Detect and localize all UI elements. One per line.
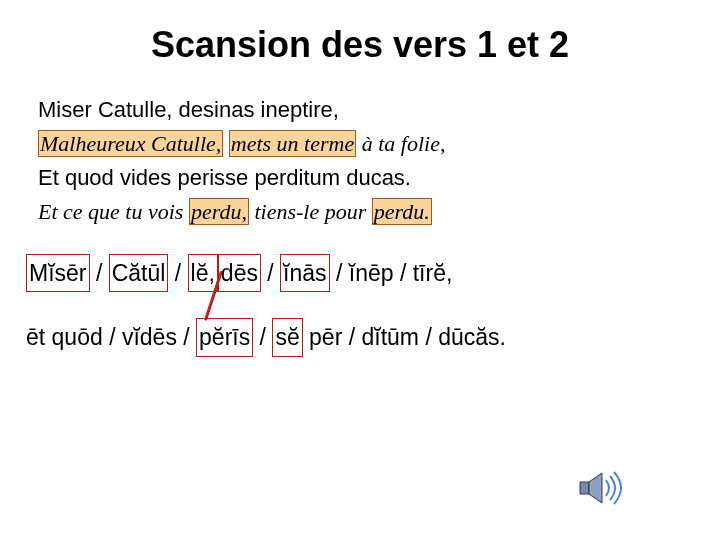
french-line-1: Malheureux Catulle, mets un terme à ta f…: [38, 128, 682, 160]
svg-marker-1: [589, 473, 602, 503]
separator: /: [261, 260, 280, 286]
scansion-line-2: ēt quōd / vĭdēs / pĕrīs / sĕ pēr / dĭtūm…: [26, 318, 694, 357]
foot-box: sĕ: [272, 318, 302, 357]
text-fragment: à ta folie,: [356, 131, 445, 156]
scansion-line-1: Mĭsēr / Cătūl / lĕ, dēs / ĭnās / ĭnēp / …: [26, 254, 694, 293]
scansion-block: Mĭsēr / Cătūl / lĕ, dēs / ĭnās / ĭnēp / …: [0, 254, 720, 358]
separator: /: [168, 260, 187, 286]
speaker-icon[interactable]: [574, 468, 624, 508]
highlight-phrase: Malheureux Catulle,: [38, 130, 223, 157]
highlight-phrase: perdu.: [372, 198, 432, 225]
foot-box: Mĭsēr: [26, 254, 90, 293]
highlight-phrase: perdu,: [189, 198, 249, 225]
latin-line-1: Miser Catulle, desinas ineptire,: [38, 94, 682, 126]
text-fragment: Et ce que tu vois: [38, 199, 189, 224]
svg-rect-0: [580, 482, 589, 494]
foot-box: dēs: [218, 254, 261, 293]
french-line-2: Et ce que tu vois perdu, tiens-le pour p…: [38, 196, 682, 228]
foot-box: lĕ,: [188, 254, 218, 293]
separator: /: [253, 324, 272, 350]
latin-line-2: Et quod vides perisse perditum ducas.: [38, 162, 682, 194]
text-block: Miser Catulle, desinas ineptire, Malheur…: [0, 94, 720, 228]
separator: /: [90, 260, 109, 286]
text-fragment: tiens-le pour: [249, 199, 372, 224]
scansion-rest: / ĭnēp / tīrĕ,: [330, 260, 453, 286]
scansion-rest: pēr / dĭtūm / dūcăs.: [303, 324, 506, 350]
foot-box: Cătūl: [109, 254, 169, 293]
highlight-phrase: mets un terme: [229, 130, 356, 157]
foot-box: pĕrīs: [196, 318, 253, 357]
foot-box: ĭnās: [280, 254, 329, 293]
page-title: Scansion des vers 1 et 2: [0, 24, 720, 66]
scansion-prefix: ēt quōd / vĭdēs /: [26, 324, 196, 350]
